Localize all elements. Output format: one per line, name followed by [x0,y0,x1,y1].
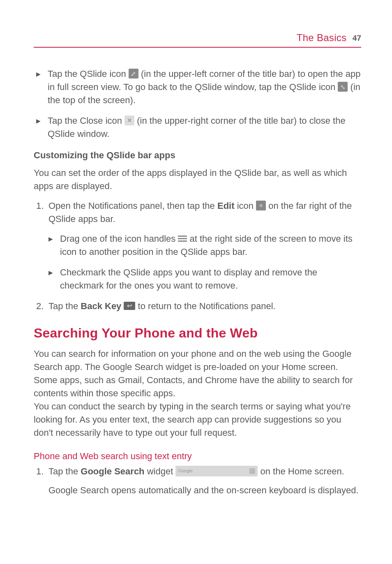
body-paragraph: Some apps, such as Gmail, Contacts, and … [34,374,361,400]
triangle-bullet-icon: ▶ [36,67,48,107]
sub-bullet-text: Checkmark the QSlide apps you want to di… [60,266,361,292]
bold-text: Edit [217,201,235,211]
page: The Basics 47 ▶Tap the QSlide icon ⤢ (in… [0,0,392,525]
google-widget-label: Google [178,468,192,474]
bullet-item: ▶Tap the QSlide icon ⤢ (in the upper-lef… [36,67,361,107]
step-1: 1. Open the Notifications panel, then ta… [36,199,361,226]
step-1-sublist: ▶Drag one of the icon handles at the rig… [34,232,361,292]
search-step-1-followup: Google Search opens automatically and th… [48,484,361,497]
customizing-heading: Customizing the QSlide bar apps [34,150,361,161]
edit-icon: ≡ [256,201,266,210]
step-2: 2. Tap the Back Key ↩ to return to the N… [36,300,361,313]
drag-handle-icon [178,236,187,242]
qslide-collapse-icon: ⤡ [338,82,348,92]
page-number: 47 [353,34,361,42]
search-step-1: 1. Tap the Google Search widget Google o… [36,465,361,478]
back-key-icon: ↩ [124,302,135,310]
bullet-text: Tap the Close icon ✕ (in the upper-right… [48,114,361,141]
body-paragraph: You can conduct the search by typing in … [34,400,361,439]
triangle-bullet-icon: ▶ [48,232,60,259]
page-header: The Basics 47 [34,32,361,48]
search-step-1-text: Tap the Google Search widget Google on t… [48,465,361,478]
sub-bullet-text: Drag one of the icon handles at the righ… [60,232,361,259]
bullet-item: ▶Tap the Close icon ✕ (in the upper-righ… [36,114,361,141]
bullet-text: Tap the QSlide icon ⤢ (in the upper-left… [48,67,361,107]
text-run: Open the Notifications panel, then tap t… [48,201,217,211]
sub-heading-phone-web: Phone and Web search using text entry [34,451,361,462]
step-number: 2. [36,300,48,313]
text-run: Tap the [48,301,81,311]
qslide-expand-icon: ⤢ [129,69,138,79]
step-1-text: Open the Notifications panel, then tap t… [48,199,361,226]
sub-bullet-item: ▶Drag one of the icon handles at the rig… [48,232,361,259]
text-run: on the Home screen. [258,466,344,476]
step-number: 1. [36,465,48,478]
customizing-intro: You can set the order of the apps displa… [34,166,361,193]
section-title-searching: Searching Your Phone and the Web [34,326,361,341]
bold-text: Google Search [81,466,144,476]
bold-text: Back Key [81,301,121,311]
text-run: icon [235,201,256,211]
text-run: Checkmark the QSlide apps you want to di… [60,267,317,291]
step-number: 1. [36,199,48,226]
text-run: Tap the QSlide icon [48,69,129,79]
text-run: widget [145,466,176,476]
text-run: Tap the Close icon [48,116,125,126]
triangle-bullet-icon: ▶ [36,114,48,141]
triangle-bullet-icon: ▶ [48,266,60,292]
close-icon: ✕ [125,116,134,125]
text-run: to return to the Notifications panel. [135,301,275,311]
top-bullet-list: ▶Tap the QSlide icon ⤢ (in the upper-lef… [34,67,361,140]
sub-bullet-item: ▶Checkmark the QSlide apps you want to d… [48,266,361,292]
section-name: The Basics [297,32,347,43]
step-2-text: Tap the Back Key ↩ to return to the Noti… [48,300,361,313]
searching-paragraphs: You can search for information on your p… [34,347,361,439]
google-search-widget-icon: Google [175,466,258,476]
mic-icon [249,468,255,474]
body-paragraph: You can search for information on your p… [34,347,361,374]
text-run: Tap the [48,466,81,476]
text-run: Drag one of the icon handles [60,233,178,244]
